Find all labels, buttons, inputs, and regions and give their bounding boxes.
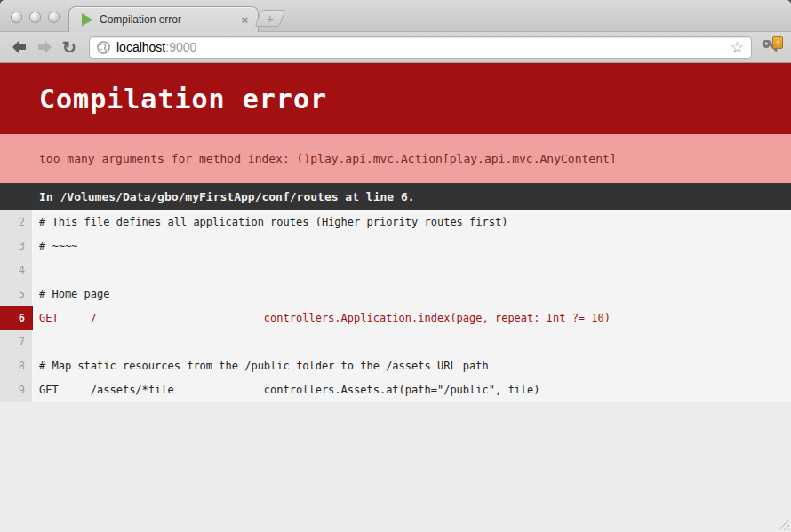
line-text: # Home page — [33, 282, 791, 306]
url-text[interactable]: localhost:9000 — [116, 40, 729, 54]
code-line-2: 2# This file defines all application rou… — [0, 210, 791, 234]
reload-icon: ↻ — [62, 39, 76, 56]
line-number: 7 — [0, 330, 33, 354]
line-number: 6 — [0, 306, 33, 330]
url-port: :9000 — [165, 40, 196, 54]
globe-icon — [97, 41, 110, 54]
line-number: 9 — [0, 378, 33, 402]
browser-toolbar: ↻ localhost:9000 ☆ ↑ — [0, 32, 791, 63]
error-detail-banner: too many arguments for method index: ()p… — [0, 134, 791, 183]
code-line-7: 7 — [0, 330, 791, 354]
update-badge: ↑ — [772, 36, 783, 49]
arrow-right-icon — [36, 40, 52, 54]
line-number: 2 — [0, 210, 33, 234]
window-minimize-button[interactable] — [29, 12, 41, 23]
line-number: 3 — [0, 234, 33, 258]
line-text: # Map static resources from the /public … — [33, 354, 791, 378]
line-text: # ~~~~ — [33, 234, 791, 258]
code-line-9: 9GET /assets/*file controllers.Assets.at… — [0, 378, 791, 402]
plus-icon: + — [267, 12, 274, 25]
code-line-3: 3# ~~~~ — [0, 234, 791, 258]
error-page: Compilation error too many arguments for… — [0, 63, 791, 532]
code-line-4: 4 — [0, 258, 791, 282]
line-text — [33, 330, 791, 354]
bookmark-star-icon[interactable]: ☆ — [729, 40, 746, 55]
browser-window: Compilation error × + ↻ — [0, 0, 791, 532]
tab-title: Compilation error — [100, 13, 238, 26]
reload-button[interactable]: ↻ — [57, 36, 82, 60]
arrow-left-icon — [12, 40, 28, 54]
resize-grip[interactable] — [777, 518, 789, 530]
tab-close-icon[interactable]: × — [238, 12, 251, 28]
line-text — [33, 258, 791, 282]
window-close-button[interactable] — [11, 12, 22, 23]
code-line-5: 5# Home page — [0, 282, 791, 306]
play-favicon-icon — [82, 13, 92, 26]
error-location-bar: In /Volumes/Data/gbo/myFirstApp/conf/rou… — [0, 183, 791, 210]
code-listing: 2# This file defines all application rou… — [0, 210, 791, 402]
forward-button[interactable] — [32, 36, 57, 60]
line-text: # This file defines all application rout… — [33, 210, 791, 234]
error-header: Compilation error — [0, 63, 791, 134]
code-line-6: 6GET / controllers.Application.index(pag… — [0, 306, 791, 330]
url-host: localhost — [116, 40, 165, 54]
menu-wrench-button[interactable]: ↑ — [757, 36, 784, 60]
window-zoom-button[interactable] — [48, 12, 60, 23]
page-title: Compilation error — [39, 83, 327, 115]
window-controls — [11, 12, 60, 23]
address-bar[interactable]: localhost:9000 ☆ — [89, 36, 752, 59]
line-number: 5 — [0, 282, 33, 306]
code-line-8: 8# Map static resources from the /public… — [0, 354, 791, 378]
new-tab-button[interactable]: + — [254, 10, 286, 27]
line-text: GET / controllers.Application.index(page… — [33, 306, 791, 330]
line-number: 8 — [0, 354, 33, 378]
tab-compilation-error[interactable]: Compilation error × — [68, 6, 259, 32]
tab-strip: Compilation error × + — [0, 0, 791, 32]
line-number: 4 — [0, 258, 33, 282]
line-text: GET /assets/*file controllers.Assets.at(… — [33, 378, 791, 402]
up-arrow-icon: ↑ — [776, 38, 780, 47]
back-button[interactable] — [7, 36, 32, 60]
